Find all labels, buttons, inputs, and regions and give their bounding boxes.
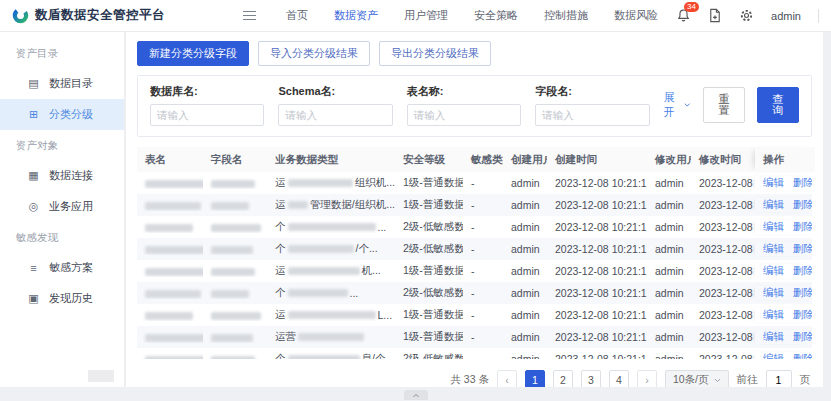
- cell-security-level: 1级-普通数据: [395, 176, 463, 190]
- delete-link[interactable]: 删除: [793, 352, 812, 359]
- filter-label: 数据库名:: [150, 84, 264, 99]
- column-header-creator[interactable]: 创建用户: [503, 153, 547, 167]
- document-icon[interactable]: [708, 8, 722, 23]
- column-header-business-type[interactable]: 业务数据类型: [267, 153, 395, 167]
- column-header-operations: 操作: [755, 147, 815, 172]
- nav-item[interactable]: 首页: [286, 8, 308, 23]
- redacted-value: [288, 289, 348, 297]
- delete-link[interactable]: 删除: [793, 286, 812, 298]
- sidebar-item[interactable]: 数据连接: [0, 160, 124, 191]
- delete-link[interactable]: 删除: [793, 198, 812, 210]
- filter-input[interactable]: [407, 104, 521, 126]
- business-type-prefix: 个: [275, 220, 286, 234]
- page-number-button[interactable]: 4: [609, 370, 629, 387]
- table-row[interactable]: 运 管理数据/组织机... 1级-普通数据 - admin 2023-12-08…: [137, 194, 812, 216]
- nav-item[interactable]: 用户管理: [404, 8, 448, 23]
- page-number-button[interactable]: 2: [553, 370, 573, 387]
- filter-label: Schema名:: [278, 84, 392, 99]
- filter-input[interactable]: [278, 104, 392, 126]
- page-size-value: 10条/页: [673, 373, 709, 387]
- redacted-value: [288, 179, 353, 187]
- delete-link[interactable]: 删除: [793, 242, 812, 254]
- settings-gear-icon[interactable]: [739, 8, 754, 23]
- sidebar-section-title: 敏感发现: [0, 222, 124, 252]
- import-results-button[interactable]: 导入分类分级结果: [258, 41, 370, 66]
- delete-link[interactable]: 删除: [793, 264, 812, 276]
- chevron-down-icon: [684, 102, 690, 108]
- sidebar-item[interactable]: 发现历史: [0, 283, 124, 314]
- column-header-modifier[interactable]: 修改用户: [647, 153, 691, 167]
- export-results-button[interactable]: 导出分类分级结果: [379, 41, 491, 66]
- edit-link[interactable]: 编辑: [763, 264, 784, 276]
- edit-link[interactable]: 编辑: [763, 220, 784, 232]
- page-size-select[interactable]: 10条/页: [665, 370, 729, 387]
- sidebar-item[interactable]: 数据目录: [0, 68, 124, 99]
- next-page-button[interactable]: ›: [637, 370, 657, 387]
- edit-link[interactable]: 编辑: [763, 330, 784, 342]
- column-header-sensitive-type[interactable]: 敏感类型: [463, 153, 503, 167]
- table-row[interactable]: 运 L... 1级-普通数据 - admin 2023-12-08 10:21:…: [137, 304, 812, 326]
- cell-business-type: 个 息/个: [267, 352, 395, 359]
- filter-input[interactable]: [150, 104, 264, 126]
- table-row[interactable]: 个 /个... 2级-低敏感数... - admin 2023-12-08 10…: [137, 238, 812, 260]
- sidebar-section-title: 资产对象: [0, 130, 124, 160]
- pagination: 共 33 条 ‹ 1 2 3 4 › 10条/页 前往 页: [137, 370, 812, 387]
- column-header-security-level[interactable]: 安全等级: [395, 153, 463, 167]
- sidebar-item[interactable]: 业务应用: [0, 191, 124, 222]
- sidebar-item[interactable]: 敏感方案: [0, 252, 124, 283]
- sidebar-scrollbar-thumb[interactable]: [88, 370, 114, 382]
- sidebar-item[interactable]: 分类分级: [0, 99, 124, 130]
- nav-item[interactable]: 数据风险: [614, 8, 658, 23]
- cell-table-name: [137, 331, 203, 343]
- search-button[interactable]: 查询: [757, 87, 799, 123]
- delete-link[interactable]: 删除: [793, 220, 812, 232]
- bottom-collapse-handle[interactable]: [404, 390, 428, 400]
- jump-page-input[interactable]: [766, 370, 792, 387]
- table-row[interactable]: 个 ... 2级-低敏感数... - admin 2023-12-08 10:2…: [137, 282, 812, 304]
- edit-link[interactable]: 编辑: [763, 286, 784, 298]
- username[interactable]: admin: [771, 10, 801, 22]
- table-row[interactable]: 个 ... 2级-低敏感数... - admin 2023-12-08 10:2…: [137, 216, 812, 238]
- header-actions: 34 admin: [676, 8, 819, 23]
- expand-filters-link[interactable]: 展开: [664, 90, 691, 120]
- redacted-value: [211, 224, 261, 232]
- edit-link[interactable]: 编辑: [763, 176, 784, 188]
- sidebar: 资产目录 数据目录 分类分级 资产对象 数据连接: [0, 32, 125, 387]
- sidebar-item-label: 分类分级: [49, 107, 93, 122]
- cell-table-name: [137, 199, 203, 211]
- redacted-value: [145, 356, 203, 359]
- table-row[interactable]: 运营 1级-普通数据 - admin 2023-12-08 10:21:17 a…: [137, 326, 812, 348]
- create-classification-field-button[interactable]: 新建分类分级字段: [137, 41, 249, 66]
- column-header-table-name[interactable]: 表名: [137, 153, 203, 167]
- delete-link[interactable]: 删除: [793, 308, 812, 320]
- delete-link[interactable]: 删除: [793, 330, 812, 342]
- notification-bell-icon[interactable]: 34: [676, 8, 691, 23]
- table-row[interactable]: 运 机... 1级-普通数据 - admin 2023-12-08 10:21:…: [137, 260, 812, 282]
- column-header-create-time[interactable]: 创建时间: [547, 153, 647, 167]
- column-header-modify-time[interactable]: 修改时间: [691, 153, 755, 167]
- edit-link[interactable]: 编辑: [763, 352, 784, 359]
- table-row[interactable]: 个 息/个 2级-低敏感数据 - admin 2023-12-08 10:21:…: [137, 348, 812, 359]
- reset-button[interactable]: 重置: [703, 87, 745, 123]
- page-number-button[interactable]: 3: [581, 370, 601, 387]
- cell-creator: admin: [503, 287, 547, 299]
- table-row[interactable]: 运 组织机... 1级-普通数据 - admin 2023-12-08 10:2…: [137, 172, 812, 194]
- delete-link[interactable]: 删除: [793, 176, 812, 188]
- cell-create-time: 2023-12-08 10:21:17: [547, 331, 647, 343]
- cell-business-type: 运 管理数据/组织机...: [267, 198, 395, 212]
- nav-item[interactable]: 数据资产: [334, 8, 378, 23]
- nav-item[interactable]: 控制措施: [544, 8, 588, 23]
- column-header-field-name[interactable]: 字段名: [203, 153, 267, 167]
- business-type-suffix: L...: [378, 309, 393, 321]
- filter-field: 数据库名:: [150, 84, 264, 126]
- cell-create-time: 2023-12-08 10:21:17: [547, 353, 647, 359]
- edit-link[interactable]: 编辑: [763, 242, 784, 254]
- edit-link[interactable]: 编辑: [763, 308, 784, 320]
- nav-item[interactable]: 安全策略: [474, 8, 518, 23]
- page-number-button[interactable]: 1: [525, 370, 545, 387]
- prev-page-button[interactable]: ‹: [497, 370, 517, 387]
- menu-toggle-icon[interactable]: [243, 11, 256, 21]
- filter-input[interactable]: [535, 104, 649, 126]
- edit-link[interactable]: 编辑: [763, 198, 784, 210]
- cell-business-type: 个 ...: [267, 286, 395, 300]
